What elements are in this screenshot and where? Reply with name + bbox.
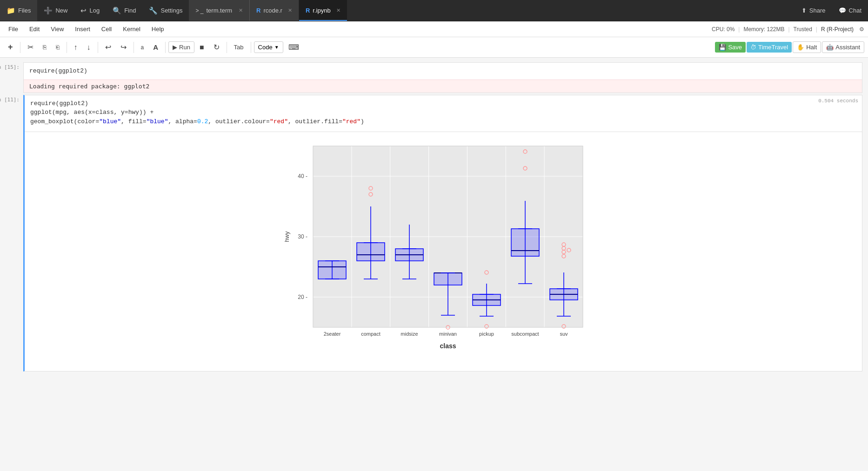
halt-icon: ✋ (797, 44, 804, 51)
settings-icon: 🔧 (149, 7, 158, 15)
move-down-button[interactable]: ↓ (83, 41, 95, 54)
x-label-compact: compact (361, 331, 381, 337)
find-button[interactable]: 🔍 Find (106, 0, 142, 21)
box-2seater (318, 261, 346, 279)
x-label-pickup: pickup (479, 331, 494, 337)
save-icon: 💾 (719, 44, 726, 51)
menu-bar: File Edit View Insert Cell Kernel Help C… (0, 21, 868, 37)
sep2: | (788, 26, 789, 33)
cell-15-label: In [15]: (0, 64, 20, 70)
menu-help[interactable]: Help (147, 24, 169, 34)
y-axis-label: hwy (283, 231, 290, 242)
cell-15-output: Loading required package: ggplot2 (24, 80, 862, 93)
kernel-icon: ⚙ (859, 26, 864, 33)
dropdown-arrow: ▼ (274, 45, 279, 50)
x-label-subcompact: subcompact (511, 331, 539, 337)
sep1: | (738, 26, 740, 33)
log-icon: ↩ (80, 7, 87, 15)
assistant-button[interactable]: 🤖 Assistant (822, 41, 864, 53)
menu-edit[interactable]: Edit (25, 24, 44, 34)
cell-11-sidebar: In [11]: (0, 95, 23, 372)
move-up-button[interactable]: ↑ (70, 41, 82, 54)
svg-rect-24 (434, 273, 462, 285)
restart-button[interactable]: ↻ (209, 40, 224, 54)
svg-rect-37 (511, 229, 539, 256)
notebook: In [15]: require(ggplot2) Loading requir… (0, 58, 868, 471)
paste-button[interactable]: ⎗ (52, 41, 64, 53)
cell-time: 0.504 seconds (818, 97, 858, 105)
term-icon: > _ (195, 7, 203, 14)
cell-11-wrapper: In [11]: 0.504 seconds require(ggplot2) … (0, 95, 868, 372)
cell-type-dropdown[interactable]: Code ▼ (254, 41, 283, 53)
cell-15-sidebar: In [15]: (0, 62, 23, 93)
sep-3 (98, 42, 98, 53)
save-button[interactable]: 💾 Save (715, 42, 746, 53)
menu-view[interactable]: View (46, 24, 68, 34)
new-icon: ➕ (44, 7, 53, 15)
cell-15-code[interactable]: require(ggplot2) (24, 63, 862, 80)
find-icon: 🔍 (113, 7, 121, 15)
timetravel-button[interactable]: ⏱ TimeTravel (747, 42, 792, 53)
rcode-close[interactable]: ✕ (288, 7, 292, 13)
ripynb-icon: R (306, 7, 310, 14)
settings-button[interactable]: 🔧 Settings (142, 0, 189, 21)
ripynb-close[interactable]: ✕ (336, 7, 341, 13)
cell-15-body[interactable]: require(ggplot2) Loading required packag… (23, 62, 862, 93)
rcode-icon: R (256, 7, 260, 14)
menu-kernel[interactable]: Kernel (118, 24, 145, 34)
stop-button[interactable]: ■ (195, 41, 208, 54)
y-tick-40: 40 - (298, 173, 307, 179)
cell-11-code[interactable]: 0.504 seconds require(ggplot2) ggplot(mp… (25, 95, 862, 130)
sep-4 (134, 42, 134, 53)
log-button[interactable]: ↩ Log (74, 0, 106, 21)
tab-ripynb[interactable]: R r.ipynb ✕ (299, 0, 347, 21)
timetravel-icon: ⏱ (750, 44, 756, 51)
cut-button[interactable]: ✂ (23, 40, 38, 54)
sep-2 (67, 42, 67, 53)
x-label-minivan: minivan (439, 331, 457, 337)
x-label-2seater: 2seater (324, 331, 341, 337)
trusted-status: Trusted (794, 26, 812, 33)
run-icon: ▶ (173, 44, 177, 51)
menu-file[interactable]: File (4, 24, 23, 34)
copy-button[interactable]: ⎘ (39, 41, 51, 53)
top-bar: 📁 Files ➕ New ↩ Log 🔍 Find 🔧 Settings > … (0, 0, 868, 21)
new-button[interactable]: ➕ New (37, 0, 74, 21)
sep-7 (251, 42, 251, 53)
term-tab[interactable]: > _ term.term ✕ (189, 0, 250, 21)
chat-button[interactable]: 💬 Chat (832, 0, 868, 21)
menu-cell[interactable]: Cell (97, 24, 116, 34)
files-icon: 📁 (7, 7, 15, 15)
assistant-icon: 🤖 (826, 44, 834, 51)
x-label-suv: suv (560, 331, 568, 337)
cell-15-wrapper: In [15]: require(ggplot2) Loading requir… (0, 62, 868, 93)
plot-output: 20 - 30 - 40 - hwy 2seater compact midsi… (25, 132, 862, 369)
y-tick-20: 20 - (298, 294, 307, 300)
chat-icon: 💬 (839, 7, 846, 14)
run-button[interactable]: ▶ Run (168, 41, 194, 53)
cell-11-body[interactable]: 0.504 seconds require(ggplot2) ggplot(mp… (23, 95, 862, 372)
kernel-status: R (R-Project) (821, 26, 854, 33)
menu-insert[interactable]: Insert (70, 24, 95, 34)
keyboard-button[interactable]: ⌨ (284, 40, 303, 54)
tab-button[interactable]: Tab (230, 41, 248, 53)
term-close[interactable]: ✕ (239, 7, 243, 13)
ggplot-chart: 20 - 30 - 40 - hwy 2seater compact midsi… (280, 137, 606, 360)
add-cell-button[interactable]: + (4, 40, 17, 54)
sep-1 (20, 42, 20, 53)
tab-rcode[interactable]: R rcode.r ✕ (250, 0, 299, 21)
x-label-midsize: midsize (401, 331, 418, 337)
share-button[interactable]: ⬆ Share (795, 0, 832, 21)
undo-button[interactable]: ↩ (101, 40, 115, 54)
svg-rect-7 (318, 261, 346, 279)
cpu-status: CPU: 0% (712, 26, 734, 33)
halt-button[interactable]: ✋ Halt (793, 41, 821, 53)
memory-status: Memory: 122MB (743, 26, 784, 33)
font-large-button[interactable]: A (149, 41, 162, 53)
font-small-button[interactable]: a (137, 42, 148, 53)
files-button[interactable]: 📁 Files (0, 0, 37, 21)
y-tick-30: 30 - (298, 233, 307, 240)
sep-5 (165, 42, 166, 53)
redo-button[interactable]: ↪ (116, 40, 131, 54)
cell-11-label: In [11]: (0, 97, 20, 103)
